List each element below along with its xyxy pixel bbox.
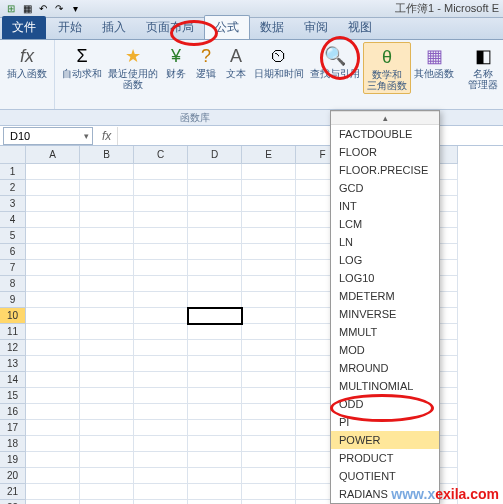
- cell[interactable]: [134, 164, 188, 180]
- cell[interactable]: [26, 340, 80, 356]
- function-item-mod[interactable]: MOD: [331, 341, 439, 359]
- text-button[interactable]: A文本: [221, 42, 251, 94]
- name-manager-button[interactable]: ◧名称 管理器: [465, 42, 501, 92]
- cell[interactable]: [242, 452, 296, 468]
- cell[interactable]: [188, 404, 242, 420]
- qat-more-icon[interactable]: ▾: [68, 2, 82, 16]
- cell[interactable]: [26, 180, 80, 196]
- cell[interactable]: [242, 388, 296, 404]
- column-header[interactable]: B: [80, 146, 134, 164]
- cell[interactable]: [134, 212, 188, 228]
- cell[interactable]: [242, 260, 296, 276]
- cell[interactable]: [188, 420, 242, 436]
- cell[interactable]: [188, 196, 242, 212]
- cell[interactable]: [26, 468, 80, 484]
- cell[interactable]: [188, 484, 242, 500]
- cell[interactable]: [26, 308, 80, 324]
- insert-function-button[interactable]: fx 插入函数: [4, 42, 50, 81]
- cell[interactable]: [188, 500, 242, 504]
- function-item-ln[interactable]: LN: [331, 233, 439, 251]
- select-all-corner[interactable]: [0, 146, 26, 164]
- more-functions-button[interactable]: ▦其他函数: [411, 42, 457, 94]
- cell[interactable]: [188, 452, 242, 468]
- cell[interactable]: [80, 292, 134, 308]
- cell[interactable]: [134, 228, 188, 244]
- cell[interactable]: [80, 164, 134, 180]
- cell[interactable]: [242, 484, 296, 500]
- row-header[interactable]: 19: [0, 452, 26, 468]
- row-header[interactable]: 17: [0, 420, 26, 436]
- cell[interactable]: [242, 420, 296, 436]
- cell[interactable]: [242, 356, 296, 372]
- cell[interactable]: [80, 196, 134, 212]
- column-header[interactable]: C: [134, 146, 188, 164]
- cell[interactable]: [80, 452, 134, 468]
- tab-data[interactable]: 数据: [250, 16, 294, 39]
- cell[interactable]: [134, 420, 188, 436]
- cell[interactable]: [134, 372, 188, 388]
- cell[interactable]: [188, 372, 242, 388]
- cell[interactable]: [26, 356, 80, 372]
- function-item-product[interactable]: PRODUCT: [331, 449, 439, 467]
- function-item-log[interactable]: LOG: [331, 251, 439, 269]
- cell[interactable]: [242, 436, 296, 452]
- tab-view[interactable]: 视图: [338, 16, 382, 39]
- cell[interactable]: [242, 340, 296, 356]
- cell[interactable]: [134, 324, 188, 340]
- cell[interactable]: [26, 228, 80, 244]
- cell[interactable]: [188, 340, 242, 356]
- cell[interactable]: [80, 180, 134, 196]
- cell[interactable]: [80, 324, 134, 340]
- cell[interactable]: [242, 308, 296, 324]
- cell[interactable]: [80, 308, 134, 324]
- cell[interactable]: [242, 404, 296, 420]
- redo-icon[interactable]: ↷: [52, 2, 66, 16]
- cell[interactable]: [134, 244, 188, 260]
- cell[interactable]: [242, 292, 296, 308]
- cell[interactable]: [26, 452, 80, 468]
- name-box[interactable]: D10: [3, 127, 93, 145]
- cell[interactable]: [242, 244, 296, 260]
- cell[interactable]: [242, 228, 296, 244]
- cell[interactable]: [242, 324, 296, 340]
- function-item-minverse[interactable]: MINVERSE: [331, 305, 439, 323]
- cell[interactable]: [26, 500, 80, 504]
- cell[interactable]: [188, 260, 242, 276]
- cell[interactable]: [188, 468, 242, 484]
- function-item-odd[interactable]: ODD: [331, 395, 439, 413]
- cell[interactable]: [134, 388, 188, 404]
- cell[interactable]: [26, 436, 80, 452]
- function-item-multinomial[interactable]: MULTINOMIAL: [331, 377, 439, 395]
- cell[interactable]: [26, 276, 80, 292]
- cell[interactable]: [242, 276, 296, 292]
- column-header[interactable]: A: [26, 146, 80, 164]
- save-icon[interactable]: ▦: [20, 2, 34, 16]
- cell[interactable]: [80, 212, 134, 228]
- cell[interactable]: [134, 452, 188, 468]
- cell[interactable]: [134, 308, 188, 324]
- cell[interactable]: [188, 212, 242, 228]
- row-header[interactable]: 15: [0, 388, 26, 404]
- row-header[interactable]: 4: [0, 212, 26, 228]
- function-item-int[interactable]: INT: [331, 197, 439, 215]
- cell[interactable]: [134, 500, 188, 504]
- row-header[interactable]: 9: [0, 292, 26, 308]
- financial-button[interactable]: ¥财务: [161, 42, 191, 94]
- cell[interactable]: [134, 356, 188, 372]
- math-trig-button[interactable]: θ数学和 三角函数: [363, 42, 411, 94]
- row-header[interactable]: 3: [0, 196, 26, 212]
- cell[interactable]: [242, 180, 296, 196]
- cell[interactable]: [242, 468, 296, 484]
- cell[interactable]: [242, 372, 296, 388]
- scroll-up-icon[interactable]: ▴: [331, 111, 439, 125]
- tab-home[interactable]: 开始: [48, 16, 92, 39]
- column-header[interactable]: D: [188, 146, 242, 164]
- cell[interactable]: [80, 260, 134, 276]
- row-header[interactable]: 20: [0, 468, 26, 484]
- function-item-quotient[interactable]: QUOTIENT: [331, 467, 439, 485]
- function-item-pi[interactable]: PI: [331, 413, 439, 431]
- cell[interactable]: [188, 324, 242, 340]
- cell[interactable]: [188, 308, 242, 324]
- cell[interactable]: [80, 484, 134, 500]
- row-header[interactable]: 2: [0, 180, 26, 196]
